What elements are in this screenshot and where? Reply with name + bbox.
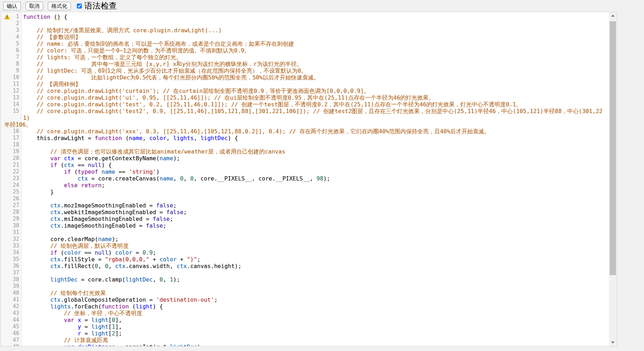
code-line[interactable]: 44 var x = light[0], xyxy=(1,317,609,323)
code-line[interactable]: 45 y = light[1], xyxy=(1,323,609,330)
line-number: 32 xyxy=(13,236,19,242)
code-line[interactable]: 30 ctx.imageSmoothingEnabled = false; xyxy=(1,222,609,229)
cancel-button[interactable]: 取消 xyxy=(26,2,43,10)
code-line[interactable]: 37 xyxy=(1,269,609,276)
scroll-up-button[interactable] xyxy=(609,12,617,19)
code-line[interactable]: 42 lights.forEach(function (light) { xyxy=(1,303,609,310)
code-line[interactable]: 43 // 坐标，半径，中心不透明度 xyxy=(1,310,609,317)
code-text: this.drawLight = function (name, color, … xyxy=(22,135,609,141)
code-line[interactable]: 14 // core.plugin.drawLight('test', 0.2,… xyxy=(1,101,609,108)
code-line[interactable]: 3 // 绘制灯光/漆黑层效果。调用方式 core.plugin.drawLig… xyxy=(1,27,609,34)
code-line[interactable]: 24 else return; xyxy=(1,182,609,189)
code-line[interactable]: 21 if (ctx == null) { xyxy=(1,162,609,168)
code-line[interactable]: 13 // core.plugin.drawLight('ui', 0.95, … xyxy=(1,94,609,101)
code-text: y = light[1], xyxy=(22,323,609,330)
code-line[interactable]: 32 core.clearMap(name); xyxy=(1,236,609,243)
code-line[interactable]: 22 if (typeof name == 'string') xyxy=(1,168,609,175)
code-line-wrap[interactable]: 半径106。 xyxy=(1,121,609,128)
code-line[interactable]: 7 // lights: 可选，一个数组，定义了每个独立的灯光。 xyxy=(1,54,609,61)
code-line[interactable]: 46 r = light[2]; xyxy=(1,330,609,337)
code-text: // 【参数说明】 xyxy=(22,34,609,40)
line-gutter: 35 xyxy=(1,256,22,263)
code-editor[interactable]: 1function () {23 // 绘制灯光/漆黑层效果。调用方式 core… xyxy=(1,12,617,346)
code-text: // 【调用样例】 xyxy=(22,81,609,88)
code-line[interactable]: 2 xyxy=(1,20,609,27)
code-text: // 绘制色调层，默认不透明度 xyxy=(22,243,609,249)
code-line[interactable]: 31 xyxy=(1,229,609,236)
code-line[interactable]: 20 var ctx = core.getContextByName(name)… xyxy=(1,155,609,162)
code-line[interactable]: 28 ctx.webkitImageSmoothingEnabled = fal… xyxy=(1,209,609,216)
line-number: 22 xyxy=(13,168,19,175)
code-line[interactable]: 18 xyxy=(1,141,609,148)
code-text xyxy=(22,269,609,276)
format-button[interactable]: 格式化 xyxy=(48,2,71,10)
confirm-button[interactable]: 确认 xyxy=(3,2,21,10)
line-number: 24 xyxy=(13,182,19,188)
code-line[interactable]: 8 // 其中每一项是三元组 [x,y,r] x和y分别为该灯光的横纵坐标，r为… xyxy=(1,61,609,67)
code-line[interactable]: 35 ctx.fillStyle = "rgba(0,0,0," + color… xyxy=(1,256,609,263)
code-line[interactable]: 41 ctx.globalCompositeOperation = 'desti… xyxy=(1,296,609,303)
code-line[interactable]: 47 // 计算衰减距离 xyxy=(1,337,609,344)
line-gutter: 10 xyxy=(1,74,22,81)
code-line[interactable]: 9 // lightDec: 可选，0到1之间，光从多少百分比才开始衰减（在此范… xyxy=(1,67,609,74)
vertical-scrollbar[interactable] xyxy=(609,12,617,346)
code-line[interactable]: 19 // 清空色调层；也可以修改成其它层比如animate/weather层，… xyxy=(1,148,609,155)
code-text xyxy=(22,141,609,148)
code-line[interactable]: 29 ctx.msImageSmoothingEnabled = false; xyxy=(1,216,609,222)
line-gutter: 7 xyxy=(1,54,22,61)
code-line[interactable]: 27 ctx.mozImageSmoothingEnabled = false; xyxy=(1,202,609,209)
line-number: 34 xyxy=(13,249,19,256)
line-gutter: 17 xyxy=(1,135,22,141)
scroll-down-button[interactable] xyxy=(609,339,617,346)
line-number: 33 xyxy=(13,243,19,249)
line-number: 42 xyxy=(13,303,19,310)
line-number: 46 xyxy=(13,330,19,336)
toolbar: 确认 取消 格式化 语法检查 xyxy=(0,0,644,12)
code-line[interactable]: 11 // 【调用样例】 xyxy=(1,81,609,88)
code-line[interactable]: 15 // core.plugin.drawLight('test2', 0.9… xyxy=(1,108,609,121)
line-gutter: 43 xyxy=(1,310,22,317)
code-text: ctx.globalCompositeOperation = 'destinat… xyxy=(22,296,609,303)
line-gutter: 9 xyxy=(1,67,22,74)
line-number: 25 xyxy=(13,189,19,195)
code-text: ctx.mozImageSmoothingEnabled = false; xyxy=(22,202,609,209)
code-line[interactable]: 40 // 绘制每个灯光效果 xyxy=(1,290,609,296)
scroll-up-arrow-icon xyxy=(611,15,615,17)
scrollbar-thumb[interactable] xyxy=(610,21,616,275)
code-line[interactable]: 48 var decDistance = parseInt(r * lightD… xyxy=(1,344,609,346)
code-line[interactable]: 34 if (color == null) color = 0.9; xyxy=(1,249,609,256)
line-number: 41 xyxy=(13,296,19,303)
code-line[interactable]: 38 lightDec = core.clamp(lightDec, 0, 1)… xyxy=(1,276,609,283)
line-gutter: 34 xyxy=(1,249,22,256)
code-line[interactable]: 33 // 绘制色调层，默认不透明度 xyxy=(1,243,609,249)
code-line[interactable]: 25 } xyxy=(1,189,609,195)
code-line[interactable]: 6 // color: 可选，只能是一个0~1之间的数，为不透明度的值。不填则默… xyxy=(1,47,609,54)
code-line[interactable]: 26 xyxy=(1,195,609,202)
code-text: 半径106。 xyxy=(1,121,609,128)
line-number: 44 xyxy=(13,317,19,323)
line-number: 38 xyxy=(13,276,19,283)
code-line[interactable]: 17 this.drawLight = function (name, colo… xyxy=(1,135,609,141)
code-line[interactable]: 12 // core.plugin.drawLight('curtain'); … xyxy=(1,88,609,94)
line-gutter: 8 xyxy=(1,61,22,67)
code-text: // color: 可选，只能是一个0~1之间的数，为不透明度的值。不填则默认为… xyxy=(22,47,609,54)
line-gutter: 21 xyxy=(1,162,22,168)
code-line[interactable]: 16 // core.plugin.drawLight('xxx', 0.3, … xyxy=(1,128,609,135)
code-line[interactable]: 10 // 比如lightDec为0.5代表，每个灯光部分内圈50%的范围全亮，… xyxy=(1,74,609,81)
code-line[interactable]: 23 ctx = core.createCanvas(name, 0, 0, c… xyxy=(1,175,609,182)
syntax-check-checkbox[interactable] xyxy=(77,4,82,9)
code-line[interactable]: 5 // name: 必填，要绘制到的画布名；可以是一个系统画布，或者是个自定义… xyxy=(1,40,609,47)
line-number: 31 xyxy=(13,229,19,235)
line-gutter: 2 xyxy=(1,20,22,27)
code-lines: 1function () {23 // 绘制灯光/漆黑层效果。调用方式 core… xyxy=(1,13,609,346)
code-line[interactable]: 36 ctx.fillRect(0, 0, ctx.canvas.width, … xyxy=(1,263,609,269)
code-text: // core.plugin.drawLight('test', 0.2, [[… xyxy=(22,101,609,108)
code-line[interactable]: 39 xyxy=(1,283,609,290)
code-text: // core.plugin.drawLight('test2', 0.9, [… xyxy=(22,108,609,121)
line-number: 39 xyxy=(13,283,19,289)
line-number: 28 xyxy=(13,209,19,215)
line-number: 27 xyxy=(13,202,19,208)
code-line[interactable]: 1function () { xyxy=(1,13,609,20)
code-line[interactable]: 4 // 【参数说明】 xyxy=(1,34,609,40)
line-number: 40 xyxy=(13,290,19,296)
